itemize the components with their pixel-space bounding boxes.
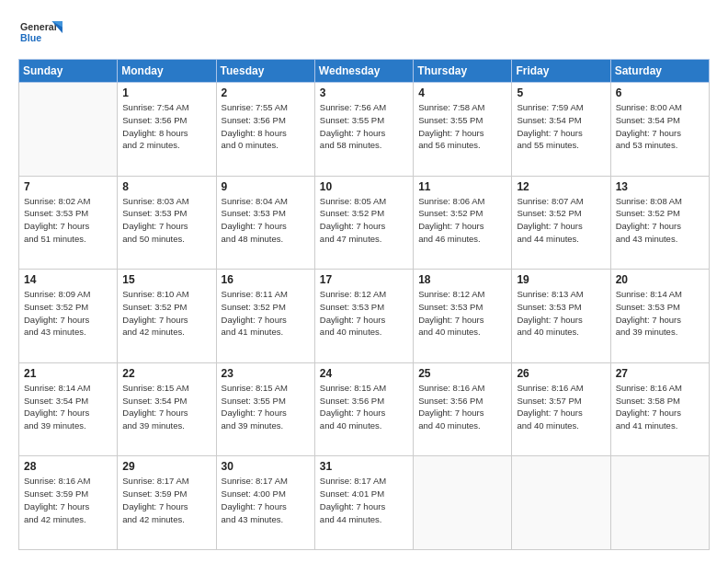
calendar-cell: 29Sunrise: 8:17 AM Sunset: 3:59 PM Dayli… (118, 456, 216, 550)
day-number: 21 (24, 367, 112, 380)
calendar-cell: 5Sunrise: 7:59 AM Sunset: 3:54 PM Daylig… (512, 83, 610, 177)
day-info: Sunrise: 8:17 AM Sunset: 4:00 PM Dayligh… (222, 475, 310, 525)
day-number: 5 (517, 86, 605, 99)
day-info: Sunrise: 8:12 AM Sunset: 3:53 PM Dayligh… (418, 288, 506, 339)
day-info: Sunrise: 7:58 AM Sunset: 3:55 PM Dayligh… (418, 101, 506, 152)
day-number: 14 (24, 273, 112, 286)
day-number: 7 (24, 180, 112, 193)
day-number: 22 (122, 367, 210, 380)
calendar-cell: 13Sunrise: 8:08 AM Sunset: 3:52 PM Dayli… (610, 176, 709, 270)
day-number: 20 (616, 273, 704, 286)
day-info: Sunrise: 8:17 AM Sunset: 3:59 PM Dayligh… (122, 475, 210, 525)
day-number: 30 (222, 460, 310, 473)
day-info: Sunrise: 8:16 AM Sunset: 3:57 PM Dayligh… (517, 382, 605, 432)
weekday-header-row: SundayMondayTuesdayWednesdayThursdayFrid… (19, 60, 710, 83)
calendar-cell: 23Sunrise: 8:15 AM Sunset: 3:55 PM Dayli… (216, 362, 314, 456)
day-info: Sunrise: 8:16 AM Sunset: 3:58 PM Dayligh… (616, 382, 704, 432)
calendar-cell: 9Sunrise: 8:04 AM Sunset: 3:53 PM Daylig… (216, 176, 314, 270)
calendar-cell: 2Sunrise: 7:55 AM Sunset: 3:56 PM Daylig… (216, 83, 314, 177)
day-info: Sunrise: 8:15 AM Sunset: 3:55 PM Dayligh… (222, 382, 310, 432)
day-number: 10 (320, 180, 408, 193)
calendar-cell: 16Sunrise: 8:11 AM Sunset: 3:52 PM Dayli… (216, 270, 314, 363)
weekday-header-wednesday: Wednesday (314, 60, 413, 83)
day-number: 23 (222, 367, 310, 380)
day-info: Sunrise: 8:00 AM Sunset: 3:54 PM Dayligh… (616, 101, 704, 152)
day-info: Sunrise: 8:16 AM Sunset: 3:56 PM Dayligh… (418, 382, 506, 432)
day-info: Sunrise: 8:05 AM Sunset: 3:52 PM Dayligh… (320, 195, 408, 246)
day-number: 13 (616, 180, 704, 193)
calendar-cell: 30Sunrise: 8:17 AM Sunset: 4:00 PM Dayli… (216, 456, 314, 550)
calendar-cell: 3Sunrise: 7:56 AM Sunset: 3:55 PM Daylig… (314, 83, 413, 177)
day-info: Sunrise: 8:16 AM Sunset: 3:59 PM Dayligh… (24, 475, 112, 525)
day-number: 27 (616, 367, 704, 380)
day-info: Sunrise: 8:10 AM Sunset: 3:52 PM Dayligh… (122, 288, 210, 339)
weekday-header-monday: Monday (118, 60, 216, 83)
calendar-cell: 21Sunrise: 8:14 AM Sunset: 3:54 PM Dayli… (19, 362, 118, 456)
day-info: Sunrise: 8:13 AM Sunset: 3:53 PM Dayligh… (517, 288, 605, 339)
day-info: Sunrise: 8:06 AM Sunset: 3:52 PM Dayligh… (418, 195, 506, 246)
calendar-cell: 6Sunrise: 8:00 AM Sunset: 3:54 PM Daylig… (610, 83, 709, 177)
day-info: Sunrise: 7:55 AM Sunset: 3:56 PM Dayligh… (222, 101, 310, 152)
calendar-table: SundayMondayTuesdayWednesdayThursdayFrid… (18, 59, 710, 550)
day-info: Sunrise: 8:12 AM Sunset: 3:53 PM Dayligh… (320, 288, 408, 339)
day-info: Sunrise: 8:11 AM Sunset: 3:52 PM Dayligh… (222, 288, 310, 339)
weekday-header-tuesday: Tuesday (216, 60, 314, 83)
day-info: Sunrise: 8:15 AM Sunset: 3:54 PM Dayligh… (122, 382, 210, 432)
logo-icon: General Blue (18, 17, 64, 50)
calendar-cell: 1Sunrise: 7:54 AM Sunset: 3:56 PM Daylig… (118, 83, 216, 177)
day-info: Sunrise: 7:56 AM Sunset: 3:55 PM Dayligh… (320, 101, 408, 152)
day-info: Sunrise: 8:15 AM Sunset: 3:56 PM Dayligh… (320, 382, 408, 432)
calendar-cell (610, 456, 709, 550)
day-number: 1 (122, 86, 210, 99)
weekday-header-sunday: Sunday (19, 60, 118, 83)
calendar-cell: 20Sunrise: 8:14 AM Sunset: 3:53 PM Dayli… (610, 270, 709, 363)
weekday-header-friday: Friday (512, 60, 610, 83)
day-number: 9 (222, 180, 310, 193)
calendar-week-row: 7Sunrise: 8:02 AM Sunset: 3:53 PM Daylig… (19, 176, 710, 270)
day-number: 4 (418, 86, 506, 99)
day-info: Sunrise: 8:07 AM Sunset: 3:52 PM Dayligh… (517, 195, 605, 246)
calendar-cell: 4Sunrise: 7:58 AM Sunset: 3:55 PM Daylig… (414, 83, 512, 177)
day-number: 2 (222, 86, 310, 99)
svg-text:General: General (20, 21, 57, 32)
calendar-cell: 24Sunrise: 8:15 AM Sunset: 3:56 PM Dayli… (314, 362, 413, 456)
calendar-cell: 14Sunrise: 8:09 AM Sunset: 3:52 PM Dayli… (19, 270, 118, 363)
day-number: 11 (418, 180, 506, 193)
calendar-cell (19, 83, 118, 177)
calendar-week-row: 28Sunrise: 8:16 AM Sunset: 3:59 PM Dayli… (19, 456, 710, 550)
day-number: 25 (418, 367, 506, 380)
day-number: 26 (517, 367, 605, 380)
day-info: Sunrise: 7:54 AM Sunset: 3:56 PM Dayligh… (122, 101, 210, 152)
day-info: Sunrise: 8:03 AM Sunset: 3:53 PM Dayligh… (122, 195, 210, 246)
day-number: 3 (320, 86, 408, 99)
day-info: Sunrise: 8:17 AM Sunset: 4:01 PM Dayligh… (320, 475, 408, 525)
calendar-cell: 25Sunrise: 8:16 AM Sunset: 3:56 PM Dayli… (414, 362, 512, 456)
calendar-cell (512, 456, 610, 550)
calendar-cell: 17Sunrise: 8:12 AM Sunset: 3:53 PM Dayli… (314, 270, 413, 363)
calendar-cell: 27Sunrise: 8:16 AM Sunset: 3:58 PM Dayli… (610, 362, 709, 456)
calendar-cell: 22Sunrise: 8:15 AM Sunset: 3:54 PM Dayli… (118, 362, 216, 456)
day-number: 31 (320, 460, 408, 473)
calendar-cell: 10Sunrise: 8:05 AM Sunset: 3:52 PM Dayli… (314, 176, 413, 270)
weekday-header-saturday: Saturday (610, 60, 709, 83)
logo: General Blue (18, 17, 64, 50)
calendar-cell: 26Sunrise: 8:16 AM Sunset: 3:57 PM Dayli… (512, 362, 610, 456)
day-number: 19 (517, 273, 605, 286)
day-info: Sunrise: 7:59 AM Sunset: 3:54 PM Dayligh… (517, 101, 605, 152)
day-number: 17 (320, 273, 408, 286)
calendar-cell: 19Sunrise: 8:13 AM Sunset: 3:53 PM Dayli… (512, 270, 610, 363)
day-number: 12 (517, 180, 605, 193)
day-number: 16 (222, 273, 310, 286)
day-number: 28 (24, 460, 112, 473)
calendar-cell: 7Sunrise: 8:02 AM Sunset: 3:53 PM Daylig… (19, 176, 118, 270)
day-number: 6 (616, 86, 704, 99)
day-number: 15 (122, 273, 210, 286)
calendar-cell (414, 456, 512, 550)
svg-text:Blue: Blue (20, 32, 41, 43)
calendar-cell: 12Sunrise: 8:07 AM Sunset: 3:52 PM Dayli… (512, 176, 610, 270)
calendar-cell: 28Sunrise: 8:16 AM Sunset: 3:59 PM Dayli… (19, 456, 118, 550)
calendar-cell: 18Sunrise: 8:12 AM Sunset: 3:53 PM Dayli… (414, 270, 512, 363)
calendar-cell: 31Sunrise: 8:17 AM Sunset: 4:01 PM Dayli… (314, 456, 413, 550)
day-info: Sunrise: 8:14 AM Sunset: 3:54 PM Dayligh… (24, 382, 112, 432)
calendar-cell: 11Sunrise: 8:06 AM Sunset: 3:52 PM Dayli… (414, 176, 512, 270)
